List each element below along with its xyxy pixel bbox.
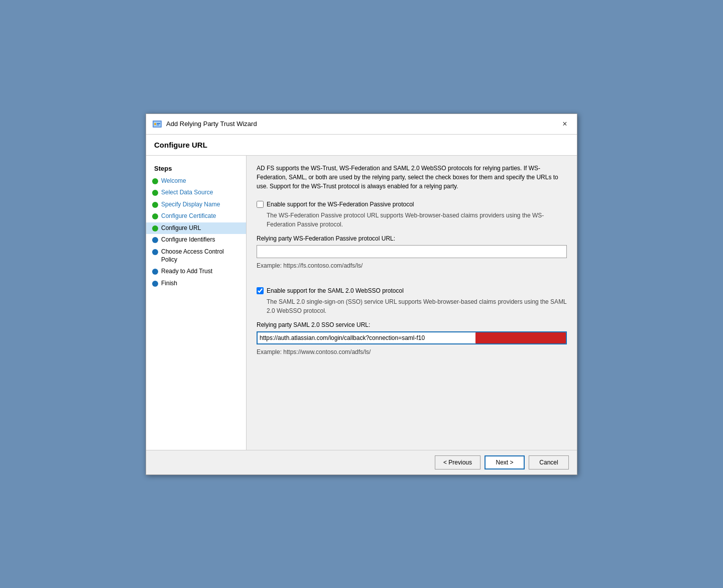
dialog: Add Relying Party Trust Wizard × Configu… [146, 113, 577, 475]
saml-checkbox[interactable] [257, 287, 264, 294]
separator [257, 275, 567, 281]
next-button[interactable]: Next > [485, 455, 525, 469]
ws-federation-url-input[interactable] [257, 245, 567, 258]
saml-url-label: Relying party SAML 2.0 SSO service URL: [257, 321, 567, 328]
svg-point-2 [154, 123, 156, 125]
title-bar-left: Add Relying Party Trust Wizard [152, 119, 257, 129]
svg-rect-4 [157, 125, 159, 126]
footer: < Previous Next > Cancel [146, 450, 577, 475]
dot-icon-select-data-source [152, 190, 158, 196]
content-area: Steps Welcome Select Data Source Specify… [146, 156, 577, 450]
dot-icon-configure-identifiers [152, 237, 158, 243]
sidebar-item-configure-url[interactable]: Configure URL [146, 222, 246, 234]
sidebar-item-choose-access-control[interactable]: Choose Access Control Policy [146, 246, 246, 266]
sidebar-item-finish[interactable]: Finish [146, 278, 246, 290]
main-content: AD FS supports the WS-Trust, WS-Federati… [247, 156, 577, 450]
ws-federation-url-label: Relying party WS-Federation Passive prot… [257, 235, 567, 242]
saml-section: Enable support for the SAML 2.0 WebSSO p… [257, 287, 567, 356]
saml-example: Example: https://www.contoso.com/adfs/ls… [257, 348, 567, 356]
page-title: Configure URL [146, 135, 577, 156]
dot-icon-choose-access-control [152, 249, 158, 255]
sidebar-item-ready-to-add-trust[interactable]: Ready to Add Trust [146, 266, 246, 278]
sidebar-label-welcome: Welcome [161, 177, 186, 185]
sidebar-label-configure-certificate: Configure Certificate [161, 212, 216, 220]
ws-federation-sub-description: The WS-Federation Passive protocol URL s… [267, 211, 567, 229]
dialog-title: Add Relying Party Trust Wizard [166, 120, 257, 128]
sidebar-label-configure-identifiers: Configure Identifiers [161, 236, 215, 244]
ws-federation-section: Enable support for the WS-Federation Pas… [257, 201, 567, 269]
title-bar: Add Relying Party Trust Wizard × [146, 114, 577, 135]
main-description: AD FS supports the WS-Trust, WS-Federati… [257, 164, 567, 191]
sidebar-label-select-data-source: Select Data Source [161, 189, 213, 197]
saml-url-redacted [475, 332, 566, 343]
sidebar-item-welcome[interactable]: Welcome [146, 175, 246, 187]
dot-icon-welcome [152, 178, 158, 184]
sidebar-label-choose-access-control: Choose Access Control Policy [161, 248, 240, 264]
ws-federation-example: Example: https://fs.contoso.com/adfs/ls/ [257, 262, 567, 269]
previous-button[interactable]: < Previous [435, 455, 480, 469]
ws-federation-checkbox[interactable] [257, 201, 264, 208]
sidebar-item-configure-identifiers[interactable]: Configure Identifiers [146, 234, 246, 246]
sidebar-item-select-data-source[interactable]: Select Data Source [146, 187, 246, 199]
dot-icon-specify-display-name [152, 202, 158, 208]
svg-rect-3 [157, 123, 160, 124]
sidebar-label-finish: Finish [161, 280, 177, 288]
ws-federation-checkbox-row: Enable support for the WS-Federation Pas… [257, 201, 567, 208]
sidebar-label-specify-display-name: Specify Display Name [161, 201, 220, 209]
saml-url-input-wrapper [257, 331, 567, 344]
saml-checkbox-row: Enable support for the SAML 2.0 WebSSO p… [257, 287, 567, 294]
saml-sub-description: The SAML 2.0 single-sign-on (SSO) servic… [267, 297, 567, 315]
sidebar-item-specify-display-name[interactable]: Specify Display Name [146, 199, 246, 211]
dot-icon-finish [152, 281, 158, 287]
sidebar-item-configure-certificate[interactable]: Configure Certificate [146, 210, 246, 222]
saml-checkbox-label[interactable]: Enable support for the SAML 2.0 WebSSO p… [267, 287, 404, 294]
dot-icon-configure-certificate [152, 213, 158, 219]
close-button[interactable]: × [559, 118, 571, 130]
dot-icon-ready-to-add-trust [152, 269, 158, 275]
sidebar: Steps Welcome Select Data Source Specify… [146, 156, 247, 450]
dot-icon-configure-url [152, 225, 158, 231]
sidebar-label-configure-url: Configure URL [161, 224, 201, 232]
cancel-button[interactable]: Cancel [529, 455, 569, 469]
sidebar-title: Steps [146, 162, 246, 175]
ws-federation-checkbox-label[interactable]: Enable support for the WS-Federation Pas… [267, 201, 414, 208]
sidebar-label-ready-to-add-trust: Ready to Add Trust [161, 268, 212, 276]
wizard-icon [152, 119, 162, 129]
